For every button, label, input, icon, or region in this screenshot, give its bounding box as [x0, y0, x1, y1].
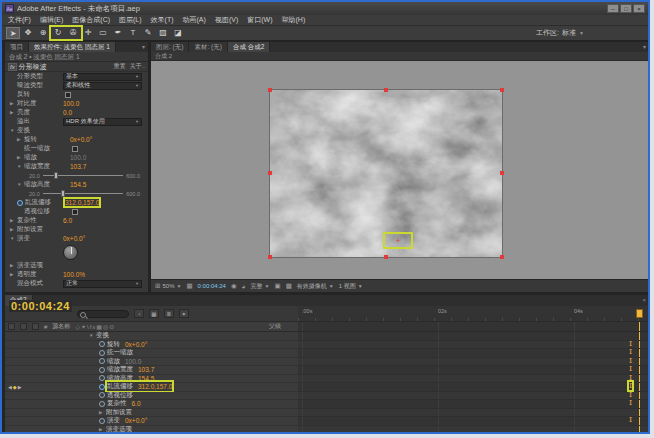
comp-breadcrumb[interactable]: 合成 2 — [151, 52, 649, 61]
keyframe-icon[interactable]: I — [629, 365, 632, 373]
timeline-row-uniform-scaling[interactable]: 统一缩放 I — [5, 349, 649, 358]
twirl-open-icon[interactable] — [89, 333, 96, 338]
stopwatch-icon[interactable] — [99, 367, 105, 373]
invert-checkbox[interactable] — [65, 92, 71, 98]
track-area[interactable]: I — [298, 400, 649, 409]
twirl-open-icon[interactable] — [10, 236, 17, 241]
rotation-row[interactable]: 旋转 0x+0.0° — [5, 135, 148, 144]
noise-type-row[interactable]: 噪波类型 柔和线性 — [5, 81, 148, 90]
scale-value[interactable]: 100.0 — [70, 154, 86, 161]
stopwatch-icon[interactable] — [17, 200, 23, 206]
scale-width-value[interactable]: 103.7 — [138, 366, 154, 373]
keyframe-navigator[interactable]: ◀◆▶ — [8, 384, 23, 390]
switches-column-header[interactable]: ◇✦\fx▦◎⊙ — [75, 323, 115, 330]
parent-column-header[interactable]: 父级 — [269, 322, 295, 331]
panel-menu-icon[interactable]: ▾ — [139, 42, 148, 52]
menu-composition[interactable]: 图像合成(C) — [72, 15, 110, 25]
contrast-value[interactable]: 100.0 — [63, 100, 79, 107]
stopwatch-icon[interactable] — [99, 384, 105, 390]
overflow-dropdown[interactable]: HDR 效果使用 — [63, 118, 142, 126]
tab-effect-controls[interactable]: 效果控件: 浅栗色 固态层 1 — [29, 42, 116, 52]
offset-turbulence-row[interactable]: 乱流偏移 312.0,157.0 — [5, 198, 148, 207]
stopwatch-icon[interactable] — [99, 350, 105, 356]
track-area[interactable]: I — [298, 358, 649, 367]
pan-behind-tool[interactable]: ✛ — [81, 27, 95, 39]
menu-animation[interactable]: 动画(A) — [183, 15, 206, 25]
current-time-indicator[interactable] — [636, 309, 643, 318]
menu-effect[interactable]: 效果(T) — [151, 15, 174, 25]
about-link[interactable]: 关于.. — [130, 62, 145, 71]
timeline-row-complexity[interactable]: 复杂性6.0 I — [5, 400, 649, 409]
eraser-tool[interactable]: ◪ — [171, 27, 185, 39]
offset-turbulence-value[interactable]: 312.0,157.0 — [65, 199, 99, 206]
blend-mode-dropdown[interactable]: 正常 — [63, 280, 142, 288]
lock-column-icon[interactable] — [32, 323, 39, 330]
scale-height-slider[interactable] — [43, 193, 124, 194]
minimize-button[interactable]: – — [607, 4, 619, 13]
track-area[interactable] — [298, 426, 649, 435]
menu-edit[interactable]: 编辑(E) — [40, 15, 63, 25]
twirl-open-icon[interactable] — [17, 182, 24, 187]
invert-row[interactable]: 反转 — [5, 90, 148, 99]
slider-handle[interactable] — [54, 172, 58, 179]
scale-width-slider[interactable] — [43, 175, 124, 176]
snapshot-icon[interactable]: ◉ — [231, 282, 237, 290]
overflow-row[interactable]: 溢出 HDR 效果使用 — [5, 117, 148, 126]
draft-3d-icon[interactable]: ▦ — [149, 309, 159, 318]
layer-handle[interactable] — [384, 88, 388, 92]
channels-icon[interactable]: ◕ — [242, 283, 246, 290]
timeline-row-rotation[interactable]: 旋转0x+0.0° I — [5, 341, 649, 350]
scale-value[interactable]: 100.0 — [125, 358, 141, 365]
track-area[interactable]: I — [298, 349, 649, 358]
rotation-value[interactable]: 0x+0.0° — [70, 136, 92, 143]
menu-view[interactable]: 视图(V) — [215, 15, 238, 25]
timeline-row-scale[interactable]: 缩放100.0 I — [5, 358, 649, 367]
layer-handle[interactable] — [268, 88, 272, 92]
effect-header-row[interactable]: fx 分形噪波 重置 关于.. — [5, 62, 148, 72]
current-timecode[interactable]: 0:00:04:24 — [9, 300, 72, 312]
mask-shape-tool[interactable]: ▭ — [96, 27, 110, 39]
tab-layer[interactable]: 图层: (无) — [151, 42, 189, 52]
fractal-type-dropdown[interactable]: 基本 — [63, 73, 142, 81]
complexity-value[interactable]: 6.0 — [63, 217, 72, 224]
blend-mode-row[interactable]: 混合模式 正常 — [5, 279, 148, 288]
slider-handle[interactable] — [61, 190, 65, 197]
evolution-row[interactable]: 演变 0x+0.0° — [5, 234, 148, 243]
stopwatch-icon[interactable] — [99, 392, 105, 398]
timeline-row-transform[interactable]: 变换 — [5, 332, 649, 341]
scale-height-row[interactable]: 缩放高度 154.5 — [5, 180, 148, 189]
scale-row[interactable]: 缩放 100.0 — [5, 153, 148, 162]
comp-mini-flowchart-icon[interactable]: ◔ — [134, 309, 144, 318]
panel-menu-icon[interactable]: ▾ — [640, 42, 649, 52]
noise-type-dropdown[interactable]: 柔和线性 — [63, 82, 142, 90]
resolution-menu[interactable]: 完整▼ — [251, 282, 270, 291]
close-icon[interactable]: × — [639, 295, 649, 306]
sub-settings-row[interactable]: 附加设置 — [5, 225, 148, 234]
twirl-closed-icon[interactable] — [99, 427, 106, 432]
keyframe-icon[interactable]: I — [629, 348, 632, 356]
scale-height-value[interactable]: 154.5 — [138, 375, 154, 382]
layer-handle[interactable] — [500, 88, 504, 92]
safe-areas-icon[interactable]: ▦ — [186, 282, 192, 290]
hand-tool[interactable]: ✥ — [21, 27, 35, 39]
source-name-column-header[interactable]: 源名称 — [52, 322, 70, 331]
menu-window[interactable]: 窗口(W) — [247, 15, 272, 25]
zoom-tool[interactable]: ⊕ — [36, 27, 50, 39]
twirl-closed-icon[interactable] — [10, 110, 17, 115]
comp-viewport[interactable]: + — [151, 61, 649, 279]
tab-footage[interactable]: 素材: (无) — [189, 42, 227, 52]
stopwatch-icon[interactable] — [99, 401, 105, 407]
evolution-dial[interactable] — [63, 245, 78, 260]
twirl-closed-icon[interactable] — [10, 101, 17, 106]
track-area[interactable] — [298, 409, 649, 418]
fractal-type-row[interactable]: 分形类型 基本 — [5, 72, 148, 81]
scale-width-row[interactable]: 缩放宽度 103.7 — [5, 162, 148, 171]
tab-project[interactable]: 项目 — [5, 42, 29, 52]
layer-handle[interactable] — [500, 171, 504, 175]
workspace-value[interactable]: 标准 — [562, 28, 576, 38]
selection-tool[interactable]: ➤ — [6, 27, 20, 39]
maximize-button[interactable]: □ — [620, 4, 632, 13]
rotation-tool[interactable]: ↻ — [51, 27, 65, 39]
keyframe-icon[interactable]: I — [629, 382, 632, 390]
rotation-value[interactable]: 0x+0.0° — [125, 341, 147, 348]
